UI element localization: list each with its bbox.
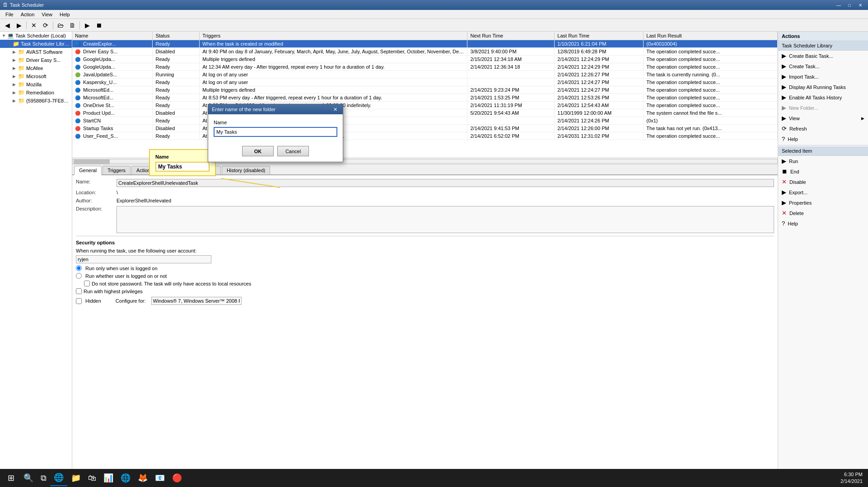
checkbox-hidden[interactable] [76, 298, 82, 304]
start-button[interactable]: ⊞ [2, 469, 20, 487]
taskbar-explorer[interactable]: 📁 [67, 470, 84, 486]
taskbar-task-view[interactable]: ⧉ [37, 470, 50, 486]
task-last-run: 11/30/1999 12:00:00 AM [555, 109, 644, 117]
task-row[interactable]: 🔵 GoogleUpda... Ready Multiple triggers … [72, 56, 778, 63]
taskbar-app4[interactable]: 📧 [151, 470, 168, 486]
action-import-task[interactable]: ▶ Import Task... [778, 71, 868, 82]
task-row[interactable]: 🔴 Driver Easy S... Disabled At 9:40 PM o… [72, 48, 778, 56]
col-triggers[interactable]: Triggers [200, 32, 467, 40]
col-status[interactable]: Status [153, 32, 200, 40]
close-button[interactable]: ✕ [855, 1, 865, 9]
menu-help[interactable]: Help [56, 11, 74, 18]
callout-name-input[interactable] [155, 162, 210, 172]
dialog-name-label: Name [214, 120, 337, 125]
task-row[interactable]: 🔵 OneDrive St... Ready At 9:00 PM on 5/1… [72, 102, 778, 109]
toolbar-forward[interactable]: ▶ [14, 20, 24, 30]
sidebar-item-mcafee[interactable]: ▶ 📁 McAfee [0, 64, 72, 72]
task-row[interactable]: 🔵 MicrosoftEd... Ready Multiple triggers… [72, 86, 778, 94]
action-display-running[interactable]: ▶ Display All Running Tasks [778, 82, 868, 92]
radio2-row: Run whether user is logged on or not [76, 273, 774, 279]
action-create-task[interactable]: ▶ Create Task... [778, 61, 868, 71]
taskbar-app3[interactable]: 🦊 [134, 470, 151, 486]
checkbox-password[interactable] [84, 281, 90, 286]
name-row: Name: [76, 179, 774, 187]
col-result[interactable]: Last Run Result [644, 32, 778, 40]
menu-action[interactable]: Action [17, 11, 38, 18]
create-basic-label: Create Basic Task... [789, 53, 833, 59]
action-end[interactable]: ⏹ End [778, 166, 868, 177]
checkbox-highest[interactable] [76, 288, 82, 294]
sidebar-item-library[interactable]: ▼ 📁 Task Scheduler Library [0, 40, 72, 48]
task-row[interactable]: 🔵 GoogleUpda... Ready At 12:34 AM every … [72, 63, 778, 71]
toolbar-stop2[interactable]: ⏹ [93, 20, 104, 30]
action-enable-history[interactable]: ▶ Enable All Tasks History [778, 92, 868, 103]
task-status: Ready [153, 63, 200, 71]
sidebar-item-remediation[interactable]: ▶ 📁 Remediation [0, 89, 72, 97]
task-row[interactable]: 🔵 StartCN Ready At log on of any user 2/… [72, 117, 778, 125]
sidebar-item-root[interactable]: ▼ 💻 Task Scheduler (Local) [0, 32, 72, 40]
tab-triggers[interactable]: Triggers [103, 166, 131, 174]
action-export[interactable]: ▶ Export... [778, 187, 868, 197]
taskbar-app5[interactable]: 🔴 [168, 470, 186, 486]
menu-file[interactable]: File [2, 11, 17, 18]
user-account-input[interactable] [76, 255, 211, 263]
help-selected-icon: ? [782, 220, 785, 227]
task-row[interactable]: 🔴 Startup Tasks Disabled At 9:41 PM ever… [72, 125, 778, 132]
sidebar-item-guid[interactable]: ▶ 📁 {595886F3-7FE8-966B... [0, 97, 72, 105]
col-name[interactable]: Name [72, 32, 153, 40]
task-next-run [467, 117, 555, 125]
action-delete[interactable]: ✕ Delete [778, 208, 868, 218]
taskbar-app2[interactable]: 📊 [100, 470, 117, 486]
toolbar-folder[interactable]: 🗁 [55, 20, 66, 30]
taskbar-store[interactable]: 🛍 [84, 470, 100, 486]
configure-input[interactable] [151, 297, 242, 305]
task-row[interactable]: 🔵 CreateExplor... Ready When the task is… [72, 40, 778, 48]
action-run[interactable]: ▶ Run [778, 156, 868, 166]
toolbar-back[interactable]: ◀ [2, 20, 13, 30]
radio-whether-logged[interactable] [76, 273, 82, 279]
task-name: 🔴 Startup Tasks [72, 125, 153, 132]
menu-view[interactable]: View [38, 11, 56, 18]
action-refresh[interactable]: ⟳ Refresh [778, 123, 868, 134]
dialog-close-button[interactable]: ✕ [331, 106, 339, 113]
taskbar-edge[interactable]: 🌐 [50, 470, 67, 486]
toolbar-doc[interactable]: 🗎 [67, 20, 78, 30]
task-row[interactable]: 🟢 JavaUpdateS... Running At log on of an… [72, 71, 778, 79]
radio-logged-on[interactable] [76, 265, 82, 271]
sidebar-item-microsoft[interactable]: ▶ 📁 Microsoft [0, 72, 72, 80]
action-create-basic[interactable]: ▶ Create Basic Task... [778, 51, 868, 61]
description-input[interactable] [117, 206, 774, 233]
sidebar-item-mozilla[interactable]: ▶ 📁 Mozilla [0, 80, 72, 89]
col-last-run[interactable]: Last Run Time [555, 32, 644, 40]
toolbar-run[interactable]: ▶ [82, 20, 93, 30]
action-new-folder[interactable]: ▶ New Folder... [778, 103, 868, 113]
task-row[interactable]: 🔴 Product Upd... Disabled At log on of a… [72, 109, 778, 117]
expand-icon-avast: ▶ [13, 50, 18, 54]
task-row[interactable]: 🔵 MicrosoftEd... Ready At 8:53 PM every … [72, 94, 778, 102]
library-icon: 📁 [13, 41, 19, 47]
task-list[interactable]: Name Status Triggers Next Run Time Last … [72, 32, 778, 158]
task-row[interactable]: 🔵 User_Feed_S... Ready At 6:52 PM every … [72, 132, 778, 140]
sidebar-item-avast[interactable]: ▶ 📁 AVAST Software [0, 48, 72, 56]
dialog-cancel-button[interactable]: Cancel [277, 146, 309, 156]
dialog-name-input[interactable] [214, 127, 337, 137]
action-properties[interactable]: ▶ Properties [778, 197, 868, 208]
tab-general[interactable]: General [74, 166, 102, 175]
action-help-selected[interactable]: ? Help [778, 218, 868, 229]
name-input[interactable] [117, 179, 774, 187]
task-next-run: 2/14/2021 9:41:53 PM [467, 125, 555, 132]
maximize-button[interactable]: □ [845, 1, 854, 9]
action-view[interactable]: ▶ View ▶ [778, 113, 868, 123]
col-next-run[interactable]: Next Run Time [467, 32, 555, 40]
minimize-button[interactable]: — [834, 1, 844, 9]
dialog-ok-button[interactable]: OK [242, 146, 274, 156]
toolbar-stop[interactable]: ✕ [28, 20, 39, 30]
action-disable[interactable]: ✕ Disable [778, 177, 868, 187]
sidebar-item-drivereasy[interactable]: ▶ 📁 Driver Easy S... [0, 56, 72, 64]
taskbar-chrome[interactable]: 🌐 [117, 470, 134, 486]
tab-history[interactable]: History (disabled) [222, 166, 271, 174]
task-row[interactable]: 🔵 Kaspersky_U... Ready At log on of any … [72, 79, 778, 86]
taskbar-search[interactable]: 🔍 [20, 470, 37, 486]
toolbar-refresh[interactable]: ⟳ [40, 20, 51, 30]
action-help-library[interactable]: ? Help [778, 134, 868, 144]
